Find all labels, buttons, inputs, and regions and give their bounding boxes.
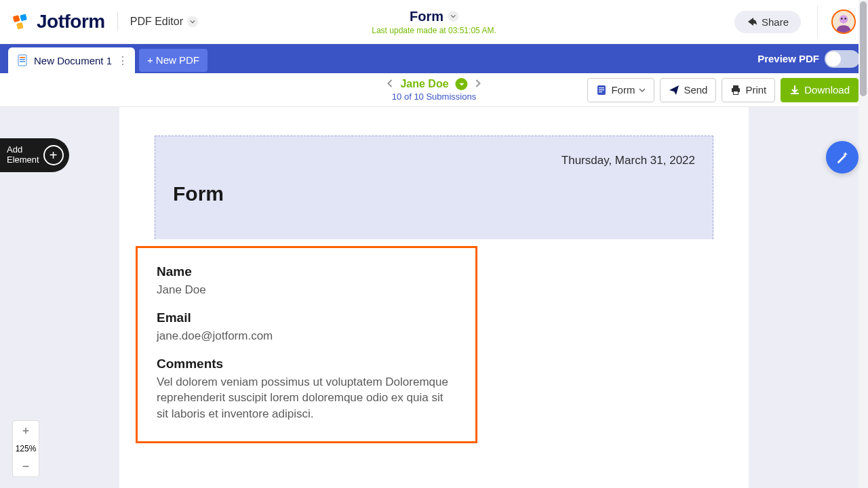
download-icon: [789, 85, 800, 96]
svg-point-6: [844, 18, 846, 20]
zoom-value: 125%: [16, 441, 37, 456]
plus-icon: +: [147, 54, 153, 66]
page-header-block[interactable]: Thursday, March 31, 2022 Form: [155, 136, 713, 239]
page-title: Form: [173, 182, 695, 205]
field-label: Name: [157, 264, 456, 279]
print-button[interactable]: Print: [722, 78, 775, 102]
preview-label: Preview PDF: [757, 53, 819, 64]
scrollbar-track: [859, 0, 868, 488]
svg-rect-0: [13, 15, 20, 22]
form-icon: [596, 85, 607, 96]
next-submission-icon[interactable]: [475, 78, 481, 90]
svg-rect-9: [20, 59, 25, 60]
share-icon: [747, 16, 757, 27]
field-value: jane.doe@jotform.com: [157, 328, 456, 344]
svg-rect-15: [733, 85, 738, 88]
editor-label: PDF Editor: [130, 16, 183, 28]
logo-text: Jotform: [37, 11, 105, 33]
svg-rect-13: [599, 89, 604, 90]
submission-nav: Jane Doe 10 of 10 Submissions: [387, 78, 481, 102]
canvas-area: Thursday, March 31, 2022 Form Name Jane …: [0, 107, 868, 488]
tab-more-icon[interactable]: ⋮: [117, 54, 128, 67]
user-avatar[interactable]: [831, 9, 856, 34]
svg-rect-10: [20, 61, 25, 62]
new-pdf-button[interactable]: + New PDF: [139, 49, 208, 72]
download-button-label: Download: [804, 84, 850, 96]
document-icon: [16, 54, 28, 66]
print-button-label: Print: [745, 84, 766, 96]
pdf-page[interactable]: Thursday, March 31, 2022 Form Name Jane …: [119, 107, 749, 488]
svg-rect-1: [20, 14, 27, 22]
chevron-down-icon[interactable]: [448, 11, 458, 22]
magic-wand-button[interactable]: [826, 141, 859, 174]
submitter-dropdown-icon[interactable]: [456, 78, 468, 90]
form-title[interactable]: Form: [410, 9, 443, 24]
document-tab-label: New Document 1: [34, 55, 112, 66]
last-update: Last update made at 03:51:05 AM.: [372, 26, 496, 35]
send-button[interactable]: Send: [660, 78, 716, 102]
field-label: Email: [157, 310, 456, 325]
svg-rect-14: [599, 92, 602, 92]
form-button[interactable]: Form: [587, 78, 654, 102]
prev-submission-icon[interactable]: [387, 78, 393, 90]
svg-rect-8: [20, 57, 25, 58]
new-pdf-label: New PDF: [156, 54, 199, 66]
app-header: Jotform PDF Editor Form Last update made…: [0, 0, 868, 44]
add-element-label: Add Element: [7, 145, 39, 165]
preview-toggle[interactable]: [825, 50, 860, 68]
divider: [817, 5, 818, 38]
send-icon: [669, 85, 679, 96]
chevron-down-icon: [187, 16, 198, 27]
field-email: Email jane.doe@jotform.com: [157, 310, 456, 344]
zoom-in-button[interactable]: +: [13, 421, 39, 441]
magic-wand-icon: [835, 150, 850, 165]
fields-block-selected[interactable]: Name Jane Doe Email jane.doe@jotform.com…: [136, 246, 477, 443]
logo[interactable]: Jotform: [12, 11, 105, 33]
svg-rect-12: [599, 87, 604, 88]
scrollbar-thumb[interactable]: [860, 1, 867, 96]
toolbar: Jane Doe 10 of 10 Submissions Form Send …: [0, 73, 868, 107]
header-center: Form Last update made at 03:51:05 AM.: [372, 9, 496, 35]
svg-rect-7: [18, 55, 26, 66]
divider: [117, 12, 118, 31]
tab-bar: New Document 1 ⋮ + New PDF Preview PDF: [0, 44, 868, 73]
page-date: Thursday, March 31, 2022: [173, 154, 695, 167]
field-label: Comments: [157, 357, 456, 371]
add-element-button[interactable]: Add Element +: [0, 138, 69, 172]
zoom-out-button[interactable]: −: [13, 456, 39, 476]
field-comments: Comments Vel dolorem veniam possimus ut …: [157, 357, 456, 422]
field-name: Name Jane Doe: [157, 264, 456, 298]
share-button[interactable]: Share: [734, 11, 801, 33]
svg-rect-18: [734, 92, 738, 94]
svg-rect-2: [16, 22, 24, 30]
send-button-label: Send: [684, 84, 707, 96]
form-button-label: Form: [611, 84, 635, 96]
jotform-logo-icon: [12, 12, 31, 31]
zoom-control: + 125% −: [12, 420, 39, 477]
svg-point-4: [840, 15, 848, 23]
submission-count: 10 of 10 Submissions: [387, 92, 481, 102]
field-value: Jane Doe: [157, 282, 456, 298]
submitter-name[interactable]: Jane Doe: [400, 78, 448, 90]
plus-icon: +: [43, 145, 64, 165]
download-button[interactable]: Download: [781, 78, 859, 102]
document-tab[interactable]: New Document 1 ⋮: [8, 47, 135, 73]
field-value: Vel dolorem veniam possimus ut voluptate…: [157, 374, 456, 422]
share-label: Share: [762, 16, 789, 28]
print-icon: [730, 85, 741, 96]
chevron-down-icon: [639, 87, 646, 94]
editor-selector[interactable]: PDF Editor: [130, 16, 198, 28]
svg-point-5: [841, 18, 843, 20]
